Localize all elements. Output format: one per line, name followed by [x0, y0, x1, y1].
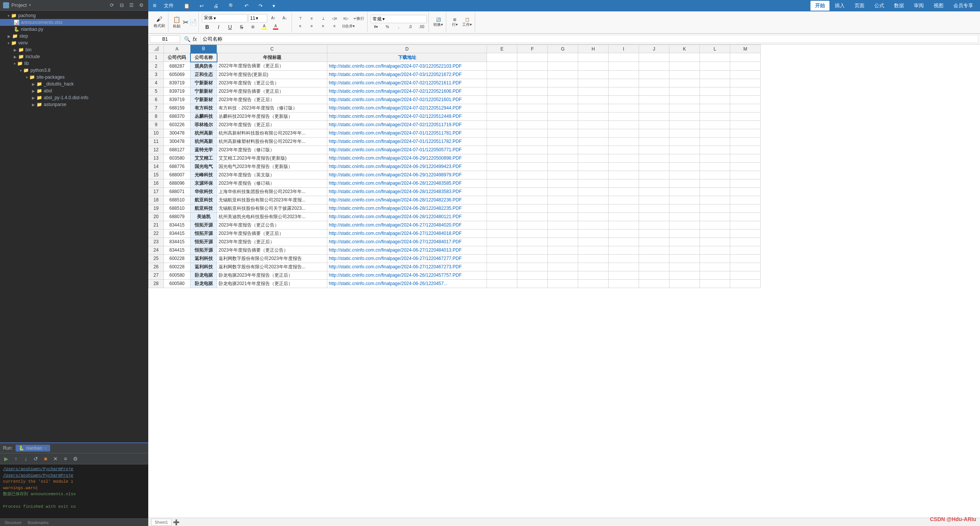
cell-url[interactable]: http://static.cninfo.com.cn/finalpage/20…	[327, 87, 487, 95]
cell-url[interactable]: http://static.cninfo.com.cn/finalpage/20…	[327, 70, 487, 79]
cell-g[interactable]	[548, 70, 578, 79]
cell-j[interactable]	[639, 188, 670, 196]
cell-title[interactable]: 艾艾精工2023年年度报告(更新版)	[217, 154, 327, 162]
cell-url[interactable]: http://static.cninfo.com.cn/finalpage/20…	[327, 179, 487, 188]
cell-m[interactable]	[730, 279, 760, 288]
cell-m[interactable]	[730, 213, 760, 221]
cell-j[interactable]	[639, 162, 670, 171]
cell-url[interactable]: http://static.cninfo.com.cn/finalpage/20…	[327, 95, 487, 104]
ide-settings-icon[interactable]: ⚙	[138, 2, 145, 9]
cell-h[interactable]	[578, 146, 609, 154]
cell-l[interactable]	[700, 263, 730, 271]
cell-l[interactable]	[700, 162, 730, 171]
cell-title[interactable]: 无锡航亚科技股份有限公司2023年年度报...	[217, 196, 327, 204]
cell-e[interactable]	[487, 87, 517, 95]
cell-e[interactable]	[487, 137, 517, 146]
cell-url[interactable]: http://static.cninfo.com.cn/finalpage/20…	[327, 246, 487, 254]
cell-title[interactable]: 卧龙电驱2023年年度报告（更正后）	[217, 271, 327, 279]
cell-f[interactable]	[517, 121, 548, 129]
cell-company-code[interactable]: 600580	[164, 279, 191, 288]
cell-company-code[interactable]: 688510	[164, 196, 191, 204]
cell-f[interactable]	[517, 221, 548, 229]
cell-g[interactable]	[548, 238, 578, 246]
cell-k[interactable]	[670, 204, 700, 213]
decrease-font-button[interactable]: A↓	[279, 15, 290, 21]
italic-button[interactable]: I	[213, 23, 224, 31]
cell-i[interactable]	[609, 79, 639, 87]
ribbon-tab-insert[interactable]: 插入	[830, 1, 849, 11]
cell-m[interactable]	[730, 171, 760, 179]
header-cell-d[interactable]: 下载地址	[327, 53, 487, 62]
cell-url[interactable]: http://static.cninfo.com.cn/finalpage/20…	[327, 188, 487, 196]
cell-title[interactable]: 2022年年度报告摘要（更正后）	[217, 62, 327, 71]
cell-m[interactable]	[730, 271, 760, 279]
cell-company-code[interactable]: 600580	[164, 271, 191, 279]
add-sheet-icon[interactable]: ➕	[173, 519, 180, 525]
cell-company-code[interactable]: 688079	[164, 213, 191, 221]
cell-i[interactable]	[609, 121, 639, 129]
cell-h[interactable]	[578, 87, 609, 95]
cell-l[interactable]	[700, 146, 730, 154]
cell-k[interactable]	[670, 104, 700, 112]
cell-k[interactable]	[670, 95, 700, 104]
cell-title[interactable]: 返利网数字股份有限公司2023年年度报告	[217, 254, 327, 263]
cell-l[interactable]	[700, 62, 730, 71]
tree-folder-bin[interactable]: ▶ 📁 bin	[0, 46, 148, 53]
cell-l[interactable]	[700, 188, 730, 196]
cell-k[interactable]	[670, 87, 700, 95]
merge-button[interactable]: ⊡合并▾	[340, 23, 356, 30]
cell-i[interactable]	[609, 162, 639, 171]
cell-url[interactable]: http://static.cninfo.com.cn/finalpage/20…	[327, 263, 487, 271]
cell-company-code[interactable]: 834415	[164, 229, 191, 238]
cell-l[interactable]	[700, 213, 730, 221]
ide-more-icon[interactable]: ☰	[128, 2, 135, 9]
cell-h[interactable]	[578, 70, 609, 79]
cell-l[interactable]	[700, 196, 730, 204]
cell-h[interactable]	[578, 95, 609, 104]
cell-k[interactable]	[670, 137, 700, 146]
cell-company-code[interactable]: 605069	[164, 70, 191, 79]
cell-g[interactable]	[548, 121, 578, 129]
cell-i[interactable]	[609, 271, 639, 279]
col-header-i[interactable]: I	[609, 45, 639, 53]
cell-title[interactable]: 2023年年度报告(更新后)	[217, 70, 327, 79]
cell-j[interactable]	[639, 112, 670, 121]
cell-url[interactable]: http://static.cninfo.com.cn/finalpage/20…	[327, 162, 487, 171]
cell-f[interactable]	[517, 154, 548, 162]
cell-company-code[interactable]: 834415	[164, 221, 191, 229]
cell-e[interactable]	[487, 213, 517, 221]
cell-i[interactable]	[609, 263, 639, 271]
cell-j[interactable]	[639, 279, 670, 288]
cell-g[interactable]	[548, 162, 578, 171]
cell-f[interactable]	[517, 204, 548, 213]
cell-k[interactable]	[670, 263, 700, 271]
run-tab-nianbao[interactable]: 🐍 nianbao ✕	[16, 445, 50, 451]
cell-j[interactable]	[639, 229, 670, 238]
cell-company-name[interactable]: 返利科技	[191, 263, 217, 271]
cell-company-code[interactable]: 688510	[164, 204, 191, 213]
cell-k[interactable]	[670, 188, 700, 196]
header-cell-e[interactable]	[487, 53, 517, 62]
copy-icon[interactable]: 📄	[189, 19, 197, 26]
ribbon-toolbar-icon2[interactable]: ↩	[195, 2, 208, 10]
cell-h[interactable]	[578, 238, 609, 246]
cell-j[interactable]	[639, 213, 670, 221]
tree-folder-astunparse[interactable]: ▶ 📁 astunparse	[0, 101, 148, 108]
size-dropdown-icon[interactable]: ▾	[256, 16, 258, 21]
tree-folder-lib[interactable]: ▾ 📁 lib	[0, 60, 148, 67]
tree-folder-python38[interactable]: ▾ 📁 python3.8	[0, 67, 148, 74]
cell-g[interactable]	[548, 279, 578, 288]
cell-j[interactable]	[639, 129, 670, 137]
convert-button[interactable]: 🔄 转换▾	[432, 17, 444, 28]
cell-title[interactable]: 杭州高新材料科技股份有限公司2023年年...	[217, 129, 327, 137]
cell-company-code[interactable]: 688007	[164, 171, 191, 179]
cell-l[interactable]	[700, 137, 730, 146]
cell-g[interactable]	[548, 229, 578, 238]
align-left-button[interactable]: ≡	[295, 23, 305, 30]
zoom-icon[interactable]: 🔍	[184, 36, 191, 42]
cell-j[interactable]	[639, 87, 670, 95]
decimal-dec-button[interactable]: .00	[416, 24, 427, 30]
cell-h[interactable]	[578, 137, 609, 146]
cell-company-name[interactable]: 恒拓开源	[191, 246, 217, 254]
cell-e[interactable]	[487, 79, 517, 87]
